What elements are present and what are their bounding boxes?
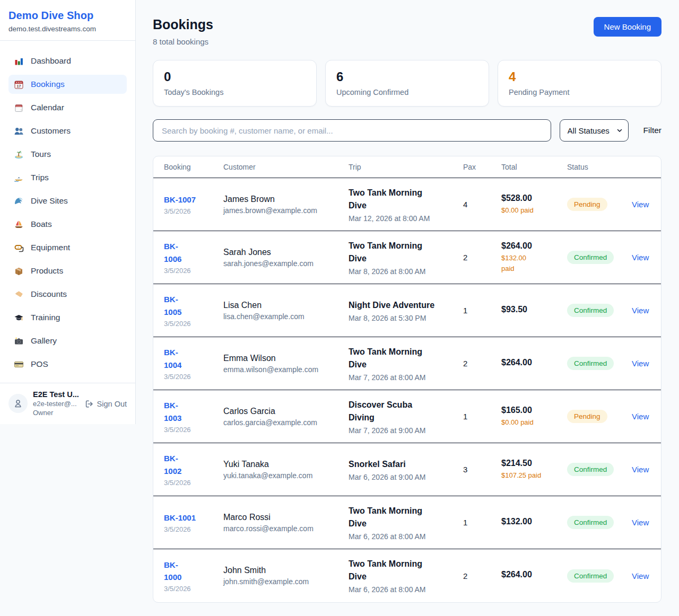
booking-id-link[interactable]: BK- 1003 xyxy=(164,399,223,424)
view-link[interactable]: View xyxy=(632,412,650,421)
trip-cell: Two Tank Morning Dive Mar 7, 2026 at 8:0… xyxy=(349,346,463,382)
status-badge: Pending xyxy=(567,410,607,423)
col-status: Status xyxy=(567,163,632,171)
sidebar-item-bookings[interactable]: 17 Bookings xyxy=(8,75,127,94)
status-badge: Confirmed xyxy=(567,251,614,264)
booking-id-link[interactable]: BK- 1004 xyxy=(164,346,223,371)
pax-value: 4 xyxy=(463,200,501,209)
booking-cell: BK- 1002 3/5/2026 xyxy=(164,452,223,487)
trip-datetime: Mar 7, 2026 at 8:00 AM xyxy=(349,373,463,382)
sign-out-button[interactable]: Sign Out xyxy=(84,399,127,409)
filter-row: All Statuses Filter xyxy=(153,119,661,142)
table-row: BK-1001 3/5/2026 Marco Rossi marco.rossi… xyxy=(153,496,661,549)
avatar xyxy=(8,394,28,413)
booking-cell: BK-1007 3/5/2026 xyxy=(164,193,223,215)
booking-date: 3/5/2026 xyxy=(164,267,223,275)
pax-value: 1 xyxy=(463,306,501,315)
sidebar-item-trips[interactable]: Trips xyxy=(8,168,127,187)
sidebar-nav: Dashboard 17 Bookings Calendar Customers… xyxy=(0,41,135,383)
sidebar-item-boats[interactable]: Boats xyxy=(8,215,127,234)
status-cell: Confirmed xyxy=(567,357,632,370)
sidebar-item-training[interactable]: Training xyxy=(8,308,127,327)
customer-cell: Marco Rossi marco.rossi@example.com xyxy=(223,513,349,533)
pax-value: 1 xyxy=(463,518,501,527)
sidebar-item-label: Tours xyxy=(31,149,51,159)
booking-id-link[interactable]: BK- 1002 xyxy=(164,452,223,477)
sidebar-item-label: Trips xyxy=(31,173,49,182)
sign-out-icon xyxy=(84,399,94,409)
sign-out-label: Sign Out xyxy=(97,400,127,408)
status-cell: Confirmed xyxy=(567,516,632,529)
stat-label: Today's Bookings xyxy=(164,88,306,96)
sidebar-item-products[interactable]: Products xyxy=(8,261,127,280)
trip-cell: Two Tank Morning Dive Mar 8, 2026 at 8:0… xyxy=(349,240,463,276)
trip-cell: Two Tank Morning Dive Mar 12, 2026 at 8:… xyxy=(349,187,463,223)
customer-cell: Emma Wilson emma.wilson@example.com xyxy=(223,354,349,374)
bar-chart-icon xyxy=(14,56,24,66)
total-cell: $132.00 xyxy=(501,517,567,529)
paid-amount: $107.25 paid xyxy=(501,470,567,481)
col-customer: Customer xyxy=(223,163,349,171)
sidebar-item-label: Training xyxy=(31,313,60,322)
total-amount: $264.00 xyxy=(501,358,567,367)
user-name: E2E Test U... xyxy=(33,390,79,399)
pax-value: 2 xyxy=(463,571,501,580)
view-link[interactable]: View xyxy=(632,465,650,474)
total-amount: $165.00 xyxy=(501,406,567,415)
sidebar-item-gallery[interactable]: Gallery xyxy=(8,331,127,350)
table-row: BK- 1006 3/5/2026 Sarah Jones sarah.jone… xyxy=(153,231,661,284)
person-icon xyxy=(13,398,23,409)
total-amount: $214.50 xyxy=(501,459,567,468)
table-header: Booking Customer Trip Pax Total Status xyxy=(153,156,661,178)
booking-date: 3/5/2026 xyxy=(164,320,223,328)
svg-text:17: 17 xyxy=(17,84,21,88)
stat-card-todays-bookings: 0 Today's Bookings xyxy=(153,60,317,107)
sidebar-item-customers[interactable]: Customers xyxy=(8,121,127,140)
booking-cell: BK- 1004 3/5/2026 xyxy=(164,346,223,381)
view-link[interactable]: View xyxy=(632,571,650,580)
sidebar-item-pos[interactable]: POS xyxy=(8,355,127,374)
pax-value: 2 xyxy=(463,253,501,262)
view-link[interactable]: View xyxy=(632,253,650,262)
sidebar-item-calendar[interactable]: Calendar xyxy=(8,98,127,117)
booking-id-link[interactable]: BK-1007 xyxy=(164,193,223,206)
user-block: E2E Test U... e2e-tester@... Owner Sign … xyxy=(0,383,135,424)
new-booking-button[interactable]: New Booking xyxy=(594,17,661,37)
brand-domain: demo.test.divestreams.com xyxy=(8,25,127,33)
customer-name: Carlos Garcia xyxy=(223,407,349,416)
sidebar: Demo Dive Shop demo.test.divestreams.com… xyxy=(0,0,136,424)
total-amount: $132.00 xyxy=(501,517,567,526)
stat-label: Pending Payment xyxy=(509,88,650,96)
booking-id-link[interactable]: BK- 1005 xyxy=(164,293,223,318)
status-select-wrap: All Statuses xyxy=(560,119,629,142)
view-link[interactable]: View xyxy=(632,200,650,209)
booking-id-link[interactable]: BK-1001 xyxy=(164,512,223,524)
view-link[interactable]: View xyxy=(632,306,650,315)
view-link[interactable]: View xyxy=(632,518,650,527)
dive-mask-icon xyxy=(14,243,24,253)
sidebar-item-label: POS xyxy=(31,359,48,369)
sidebar-item-tours[interactable]: Tours xyxy=(8,145,127,164)
sidebar-item-dive-sites[interactable]: Dive Sites xyxy=(8,191,127,210)
page-header: Bookings 8 total bookings New Booking xyxy=(153,17,661,46)
booking-id-link[interactable]: BK- 1000 xyxy=(164,559,223,584)
search-input[interactable] xyxy=(153,119,551,142)
total-amount: $93.50 xyxy=(501,305,567,314)
customer-email: lisa.chen@example.com xyxy=(223,312,349,321)
user-email: e2e-tester@... xyxy=(33,400,79,408)
graduation-cap-icon xyxy=(14,313,24,323)
booking-id-link[interactable]: BK- 1006 xyxy=(164,240,223,265)
sidebar-item-dashboard[interactable]: Dashboard xyxy=(8,51,127,71)
status-select[interactable]: All Statuses xyxy=(560,119,629,142)
customer-name: James Brown xyxy=(223,195,349,204)
filter-button[interactable]: Filter xyxy=(643,126,661,135)
wave-icon xyxy=(14,196,24,206)
sidebar-item-equipment[interactable]: Equipment xyxy=(8,238,127,257)
view-link[interactable]: View xyxy=(632,359,650,368)
total-cell: $214.50 $107.25 paid xyxy=(501,459,567,481)
sidebar-item-discounts[interactable]: Discounts xyxy=(8,285,127,304)
status-badge: Pending xyxy=(567,198,607,211)
users-icon xyxy=(14,126,24,136)
trip-cell: Night Dive Adventure Mar 8, 2026 at 5:30… xyxy=(349,299,463,322)
customer-name: Lisa Chen xyxy=(223,301,349,310)
